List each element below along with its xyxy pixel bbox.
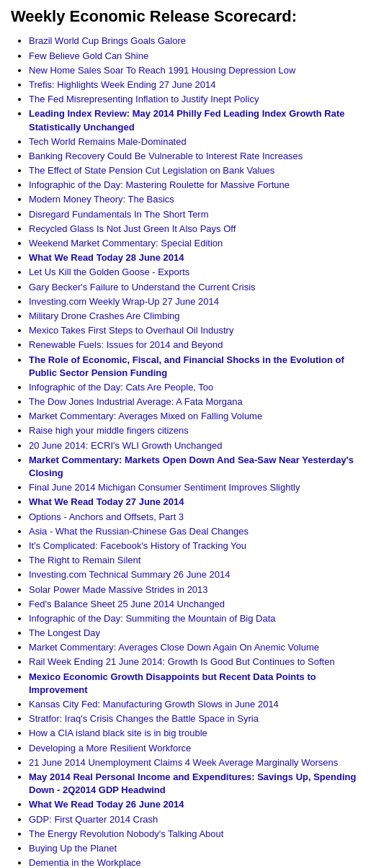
list-item: Infographic of the Day: Cats Are People,… [29, 381, 365, 394]
article-link[interactable]: Disregard Fundamentals In The Short Term [29, 209, 209, 220]
list-item: Tech World Remains Male-Dominated [29, 135, 365, 148]
list-item: Final June 2014 Michigan Consumer Sentim… [29, 481, 365, 494]
article-link[interactable]: Market Commentary: Markets Open Down And… [29, 455, 354, 478]
article-link[interactable]: The Role of Economic, Fiscal, and Financ… [29, 354, 344, 378]
list-item: Trefis: Highlights Week Ending 27 June 2… [29, 79, 365, 91]
article-link[interactable]: The Longest Day [29, 627, 100, 638]
article-link[interactable]: Infographic of the Day: Summiting the Mo… [29, 613, 276, 624]
article-link[interactable]: The Fed Misrepresenting Inflation to Jus… [29, 94, 259, 104]
article-link[interactable]: Mexico Economic Growth Disappoints but R… [29, 671, 316, 695]
list-item: Disregard Fundamentals In The Short Term [29, 208, 365, 221]
list-item: Kansas City Fed: Manufacturing Growth Sl… [29, 698, 365, 711]
article-link[interactable]: Options - Anchors and Offsets, Part 3 [29, 511, 184, 522]
list-item: How a CIA island black site is in big tr… [29, 727, 365, 740]
list-item: Renewable Fuels: Issues for 2014 and Bey… [29, 339, 365, 352]
list-item: The Right to Remain Silent [29, 554, 365, 567]
list-item: Weekend Market Commentary: Special Editi… [29, 237, 365, 250]
article-link[interactable]: 20 June 2014: ECRI's WLI Growth Unchange… [29, 440, 222, 451]
article-link[interactable]: Investing.com Weekly Wrap-Up 27 June 201… [29, 296, 219, 307]
list-item: Dementia in the Workplace [29, 856, 365, 868]
article-link[interactable]: Dementia in the Workplace [29, 857, 141, 868]
list-item: Military Drone Crashes Are Climbing [29, 310, 365, 323]
list-item: 21 June 2014 Unemployment Claims 4 Week … [29, 756, 365, 769]
article-link[interactable]: Stratfor: Iraq's Crisis Changes the Batt… [29, 713, 259, 724]
article-link[interactable]: Infographic of the Day: Cats Are People,… [29, 382, 213, 393]
article-link[interactable]: Few Believe Gold Can Shine [29, 50, 148, 61]
article-link[interactable]: The Energy Revolution Nobody's Talking A… [29, 828, 223, 839]
article-link[interactable]: Investing.com Technical Summary 26 June … [29, 569, 230, 580]
article-link[interactable]: It's Complicated: Facebook's History of … [29, 540, 246, 551]
list-item: Recycled Glass Is Not Just Green It Also… [29, 223, 365, 236]
article-link[interactable]: Leading Index Review: May 2014 Philly Fe… [29, 108, 345, 132]
article-link[interactable]: New Home Sales Soar To Reach 1991 Housin… [29, 65, 295, 76]
list-item: Developing a More Resilient Workforce [29, 742, 365, 755]
list-item: Market Commentary: Averages Mixed on Fal… [29, 410, 365, 423]
list-item: The Role of Economic, Fiscal, and Financ… [29, 354, 365, 380]
article-link[interactable]: Tech World Remains Male-Dominated [29, 136, 187, 147]
article-link[interactable]: Kansas City Fed: Manufacturing Growth Sl… [29, 699, 279, 710]
list-item: Asia - What the Russian-Chinese Gas Deal… [29, 525, 365, 538]
list-item: Options - Anchors and Offsets, Part 3 [29, 511, 365, 524]
list-item: Brazil World Cup Brings Goals Galore [29, 35, 365, 48]
list-item: Raise high your middle fingers citizens [29, 424, 365, 437]
list-item: Market Commentary: Averages Close Down A… [29, 641, 365, 654]
article-link[interactable]: Renewable Fuels: Issues for 2014 and Bey… [29, 339, 223, 350]
list-item: The Dow Jones Industrial Average: A Fata… [29, 395, 365, 408]
list-item: Leading Index Review: May 2014 Philly Fe… [29, 107, 365, 133]
article-link[interactable]: Mexico Takes First Steps to Overhaul Oil… [29, 325, 233, 336]
article-link[interactable]: What We Read Today 27 June 2014 [29, 496, 184, 507]
article-list: Brazil World Cup Brings Goals GaloreFew … [11, 35, 365, 868]
article-link[interactable]: May 2014 Real Personal Income and Expend… [29, 771, 356, 795]
list-item: May 2014 Real Personal Income and Expend… [29, 771, 365, 797]
list-item: Fed's Balance Sheet 25 June 2014 Unchang… [29, 598, 365, 611]
article-link[interactable]: Market Commentary: Averages Mixed on Fal… [29, 411, 262, 421]
article-link[interactable]: Asia - What the Russian-Chinese Gas Deal… [29, 526, 249, 537]
article-link[interactable]: Market Commentary: Averages Close Down A… [29, 642, 319, 653]
list-item: Modern Money Theory: The Basics [29, 193, 365, 206]
list-item: Infographic of the Day: Summiting the Mo… [29, 612, 365, 625]
list-item: Gary Becker's Failure to Understand the … [29, 281, 365, 294]
article-link[interactable]: Military Drone Crashes Are Climbing [29, 310, 180, 321]
article-link[interactable]: Trefis: Highlights Week Ending 27 June 2… [29, 79, 215, 90]
article-link[interactable]: Infographic of the Day: Mastering Roulet… [29, 179, 290, 190]
article-link[interactable]: Banking Recovery Could Be Vulnerable to … [29, 151, 303, 161]
list-item: Mexico Economic Growth Disappoints but R… [29, 671, 365, 697]
article-link[interactable]: Raise high your middle fingers citizens [29, 425, 189, 436]
list-item: Investing.com Technical Summary 26 June … [29, 568, 365, 581]
list-item: The Energy Revolution Nobody's Talking A… [29, 828, 365, 841]
article-link[interactable]: The Dow Jones Industrial Average: A Fata… [29, 396, 243, 407]
list-item: New Home Sales Soar To Reach 1991 Housin… [29, 64, 365, 77]
list-item: Rail Week Ending 21 June 2014: Growth Is… [29, 656, 365, 668]
article-link[interactable]: Brazil World Cup Brings Goals Galore [29, 35, 186, 46]
article-link[interactable]: What We Read Today 26 June 2014 [29, 799, 184, 810]
article-link[interactable]: Modern Money Theory: The Basics [29, 194, 174, 205]
list-item: GDP: First Quarter 2014 Crash [29, 813, 365, 826]
list-item: Few Believe Gold Can Shine [29, 50, 365, 63]
list-item: Banking Recovery Could Be Vulnerable to … [29, 150, 365, 163]
article-link[interactable]: Gary Becker's Failure to Understand the … [29, 282, 256, 292]
article-link[interactable]: Solar Power Made Massive Strides in 2013 [29, 584, 208, 595]
article-link[interactable]: Developing a More Resilient Workforce [29, 743, 191, 753]
article-link[interactable]: GDP: First Quarter 2014 Crash [29, 814, 158, 825]
list-item: What We Read Today 27 June 2014 [29, 496, 365, 509]
article-link[interactable]: Weekend Market Commentary: Special Editi… [29, 238, 223, 249]
list-item: What We Read Today 26 June 2014 [29, 798, 365, 811]
article-link[interactable]: 21 June 2014 Unemployment Claims 4 Week … [29, 757, 338, 768]
list-item: It's Complicated: Facebook's History of … [29, 540, 365, 552]
article-link[interactable]: Let Us Kill the Golden Goose - Exports [29, 267, 189, 277]
article-link[interactable]: Fed's Balance Sheet 25 June 2014 Unchang… [29, 599, 225, 609]
article-link[interactable]: How a CIA island black site is in big tr… [29, 728, 207, 738]
list-item: Investing.com Weekly Wrap-Up 27 June 201… [29, 295, 365, 308]
article-link[interactable]: Rail Week Ending 21 June 2014: Growth Is… [29, 656, 335, 667]
article-link[interactable]: Final June 2014 Michigan Consumer Sentim… [29, 482, 300, 493]
page-title: Weekly Economic Release Scorecard: [11, 7, 365, 26]
article-link[interactable]: The Right to Remain Silent [29, 555, 140, 565]
article-link[interactable]: Recycled Glass Is Not Just Green It Also… [29, 223, 236, 234]
list-item: The Fed Misrepresenting Inflation to Jus… [29, 93, 365, 106]
article-link[interactable]: Buying Up the Planet [29, 843, 117, 854]
article-link[interactable]: The Effect of State Pension Cut Legislat… [29, 165, 274, 176]
list-item: The Effect of State Pension Cut Legislat… [29, 164, 365, 177]
list-item: Market Commentary: Markets Open Down And… [29, 454, 365, 480]
list-item: Infographic of the Day: Mastering Roulet… [29, 179, 365, 192]
article-link[interactable]: What We Read Today 28 June 2014 [29, 252, 184, 263]
